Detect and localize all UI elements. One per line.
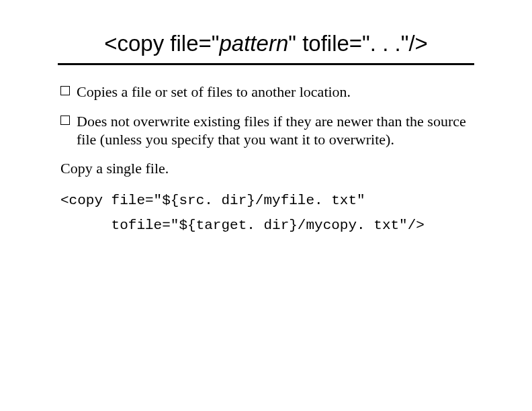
square-bullet-icon <box>60 116 70 125</box>
title-suffix: " tofile=". . ."/> <box>288 31 428 56</box>
list-item: Does not overwrite existing files if the… <box>60 112 474 149</box>
title-italic: pattern <box>220 31 289 56</box>
code-block: <copy file="${src. dir}/myfile. txt" tof… <box>60 188 474 239</box>
code-line: tofile="${target. dir}/mycopy. txt"/> <box>60 218 425 233</box>
bullet-text: Does not overwrite existing files if the… <box>77 112 474 149</box>
list-item: Copies a file or set of files to another… <box>60 83 474 101</box>
code-line: <copy file="${src. dir}/myfile. txt" <box>60 193 365 208</box>
square-bullet-icon <box>60 86 70 95</box>
slide: <copy file="pattern" tofile=". . ."/> Co… <box>0 0 532 411</box>
paragraph: Copy a single file. <box>60 160 474 177</box>
title-prefix: <copy file=" <box>104 31 219 56</box>
title-wrap: <copy file="pattern" tofile=". . ."/> <box>58 31 474 65</box>
bullet-text: Copies a file or set of files to another… <box>77 83 351 101</box>
bullet-list: Copies a file or set of files to another… <box>60 83 474 149</box>
slide-title: <copy file="pattern" tofile=". . ."/> <box>58 31 474 56</box>
